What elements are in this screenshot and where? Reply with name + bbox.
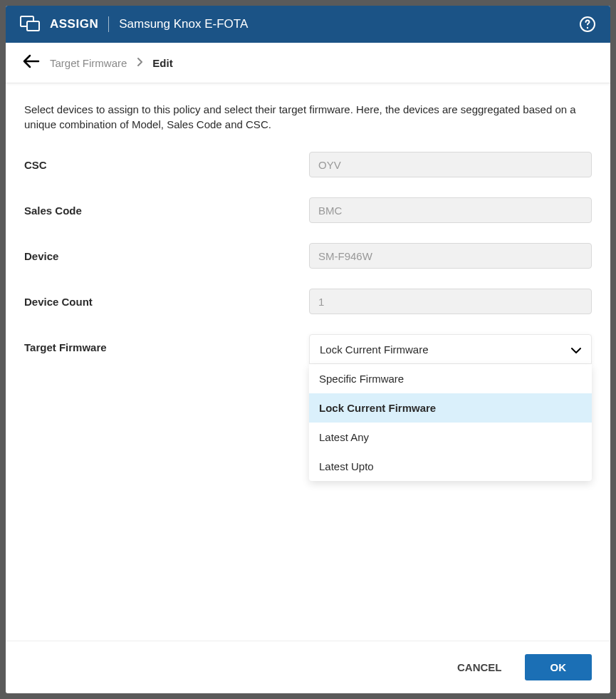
target-firmware-dropdown: Specific Firmware Lock Current Firmware … — [309, 364, 592, 481]
label-csc: CSC — [24, 159, 309, 171]
back-arrow-icon[interactable] — [23, 54, 40, 71]
header-divider — [108, 16, 109, 32]
modal-footer: CANCEL OK — [6, 641, 610, 693]
breadcrumb-current: Edit — [152, 57, 172, 69]
breadcrumb: Target Firmware Edit — [6, 43, 610, 83]
row-device-count: Device Count — [24, 289, 592, 314]
target-firmware-selected-value: Lock Current Firmware — [320, 343, 429, 356]
option-latest-upto[interactable]: Latest Upto — [309, 452, 592, 481]
svg-point-3 — [587, 27, 588, 29]
assign-modal: ASSIGN Samsung Knox E-FOTA Target Firmwa… — [6, 6, 610, 693]
breadcrumb-parent[interactable]: Target Firmware — [50, 57, 127, 69]
label-sales-code: Sales Code — [24, 204, 309, 217]
label-device: Device — [24, 250, 309, 262]
help-icon[interactable] — [579, 16, 596, 33]
header-title: ASSIGN — [50, 17, 98, 31]
chevron-right-icon — [137, 56, 142, 69]
target-firmware-select[interactable]: Lock Current Firmware — [309, 334, 592, 364]
ok-button[interactable]: OK — [525, 654, 592, 680]
label-device-count: Device Count — [24, 296, 309, 308]
csc-input — [309, 152, 592, 177]
option-lock-current-firmware[interactable]: Lock Current Firmware — [309, 393, 592, 423]
sales-code-input — [309, 197, 592, 223]
device-count-input — [309, 289, 592, 314]
chevron-down-icon — [571, 343, 581, 356]
cancel-button[interactable]: CANCEL — [447, 654, 512, 680]
header-subtitle: Samsung Knox E-FOTA — [119, 17, 248, 31]
device-input — [309, 243, 592, 269]
svg-rect-1 — [27, 21, 39, 31]
row-device: Device — [24, 243, 592, 269]
page-description: Select devices to assign to this policy … — [24, 102, 592, 132]
row-csc: CSC — [24, 152, 592, 177]
content-area: Select devices to assign to this policy … — [6, 83, 610, 641]
option-specific-firmware[interactable]: Specific Firmware — [309, 364, 592, 393]
row-sales-code: Sales Code — [24, 197, 592, 223]
modal-header: ASSIGN Samsung Knox E-FOTA — [6, 6, 610, 43]
option-latest-any[interactable]: Latest Any — [309, 423, 592, 452]
row-target-firmware: Target Firmware Lock Current Firmware Sp… — [24, 334, 592, 364]
label-target-firmware: Target Firmware — [24, 334, 309, 353]
assign-monitor-icon — [20, 16, 40, 33]
